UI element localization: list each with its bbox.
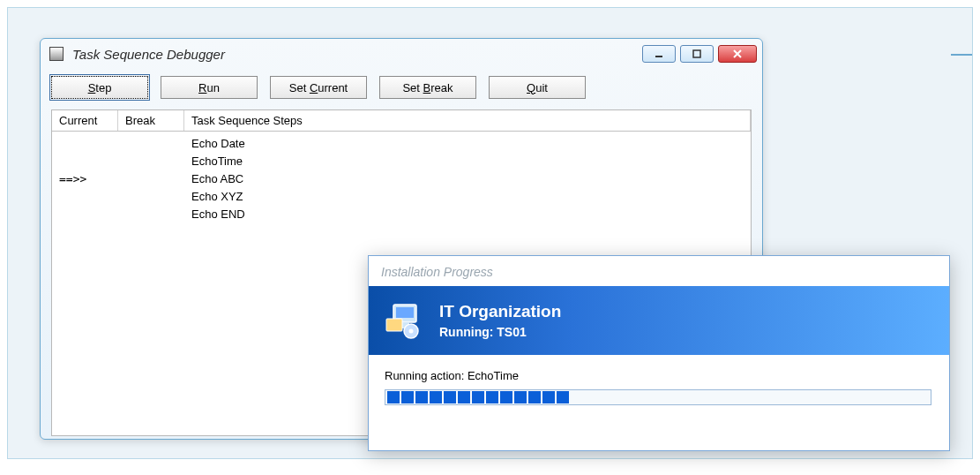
popup-banner: IT Organization Running: TS01 xyxy=(369,286,949,355)
progress-segment xyxy=(415,391,428,403)
run-button[interactable]: Run xyxy=(161,76,258,99)
list-row[interactable]: EchoTime xyxy=(52,153,751,170)
progress-segment xyxy=(458,391,470,403)
progress-segment xyxy=(557,391,569,403)
list-row[interactable]: Echo XYZ xyxy=(52,188,751,206)
banner-text: IT Organization Running: TS01 xyxy=(439,302,561,339)
progress-segment xyxy=(387,391,400,403)
progress-segment xyxy=(500,391,512,403)
running-line: Running: TS01 xyxy=(439,325,561,339)
list-header: Current Break Task Sequence Steps xyxy=(52,110,751,132)
svg-rect-1 xyxy=(693,50,700,57)
column-current[interactable]: Current xyxy=(52,110,118,131)
maximize-button[interactable] xyxy=(680,45,714,63)
progress-segment xyxy=(528,391,541,403)
progress-segment xyxy=(401,391,414,403)
list-row[interactable]: ==>> Echo ABC xyxy=(52,170,751,188)
column-steps[interactable]: Task Sequence Steps xyxy=(184,110,751,131)
list-row[interactable]: Echo Date xyxy=(52,135,751,153)
progress-bar xyxy=(385,389,931,405)
connector-line xyxy=(951,54,972,56)
progress-segment xyxy=(444,391,456,403)
window-controls xyxy=(642,45,757,63)
step-button[interactable]: Step xyxy=(51,76,148,99)
svg-rect-6 xyxy=(386,319,402,331)
installation-progress-window: Installation Progress IT Organization Ru… xyxy=(368,255,950,451)
progress-segment xyxy=(472,391,484,403)
window-titlebar[interactable]: Task Sequence Debugger xyxy=(41,39,762,69)
popup-title: Installation Progress xyxy=(369,256,949,286)
quit-button[interactable]: Quit xyxy=(489,76,586,99)
app-frame: Task Sequence Debugger Step Run xyxy=(7,7,973,459)
close-button[interactable] xyxy=(718,45,757,63)
running-action-label: Running action: EchoTime xyxy=(385,369,933,382)
org-name: IT Organization xyxy=(439,302,561,321)
list-row[interactable]: Echo END xyxy=(52,206,751,223)
progress-segment xyxy=(486,391,498,403)
set-break-button[interactable]: Set Break xyxy=(379,76,476,99)
toolbar: Step Run Set Current Set Break Quit xyxy=(41,69,762,102)
svg-point-8 xyxy=(409,329,414,334)
app-icon xyxy=(49,47,64,61)
minimize-button[interactable] xyxy=(642,45,676,63)
window-title: Task Sequence Debugger xyxy=(72,47,642,62)
installer-icon xyxy=(385,301,423,340)
svg-rect-3 xyxy=(396,307,414,318)
progress-segment xyxy=(430,391,442,403)
progress-segment xyxy=(542,391,555,403)
set-current-button[interactable]: Set Current xyxy=(270,76,367,99)
svg-rect-0 xyxy=(655,56,662,57)
popup-body: Running action: EchoTime xyxy=(369,355,949,419)
progress-segment xyxy=(514,391,527,403)
column-break[interactable]: Break xyxy=(118,110,184,131)
